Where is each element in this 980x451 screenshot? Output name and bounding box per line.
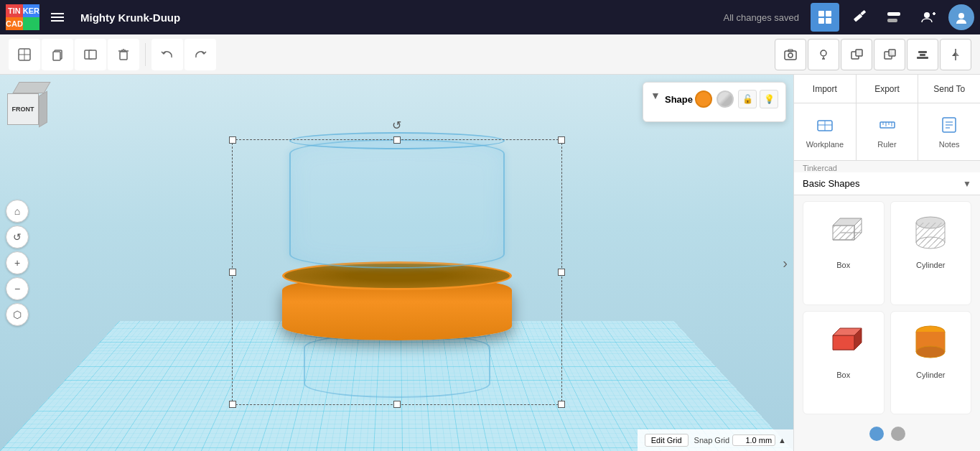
copy-button[interactable]	[42, 39, 73, 70]
logo-i: KER	[23, 4, 39, 17]
undo-icon	[160, 47, 174, 62]
perspective-button[interactable]: ⬡	[6, 303, 29, 326]
duplicate-icon	[83, 47, 98, 62]
svg-rect-31	[856, 50, 862, 56]
workplane-button[interactable]	[9, 39, 40, 70]
glass-top-ellipse	[289, 132, 505, 149]
shape-item-box-gray[interactable]: Box	[803, 201, 885, 305]
zoom-in-button[interactable]: +	[6, 251, 29, 274]
workplane-tool-button[interactable]: Workplane	[794, 103, 857, 160]
bottom-cylinder	[304, 333, 490, 398]
snap-value-input[interactable]	[732, 434, 775, 446]
shapes-dropdown-arrow[interactable]: ▼	[963, 179, 971, 189]
scroll-right-arrow[interactable]: ›	[783, 255, 788, 271]
action-buttons: Import Export Send To	[794, 75, 980, 103]
redo-button[interactable]	[185, 39, 216, 70]
workplane-tool-icon	[815, 115, 835, 139]
grid-view-button[interactable]	[811, 3, 839, 32]
align-icon	[915, 47, 930, 62]
undo-button[interactable]	[151, 39, 183, 70]
handle-left-mid[interactable]	[229, 269, 236, 276]
send-to-button[interactable]: Send To	[918, 75, 980, 103]
color-hole-swatch[interactable]	[717, 90, 734, 108]
svg-rect-43	[880, 122, 895, 128]
home-view-button[interactable]: ⌂	[6, 200, 29, 223]
ruler-tool-button[interactable]: Ruler	[857, 103, 919, 160]
svg-rect-36	[917, 57, 928, 59]
workplane-icon	[17, 47, 32, 62]
color-solid-swatch[interactable]	[695, 90, 712, 108]
save-status: All changes saved	[723, 12, 799, 23]
handle-top-left[interactable]	[229, 136, 236, 144]
box-gray-thumb	[815, 208, 872, 258]
hammer-icon	[851, 9, 867, 25]
svg-point-72	[869, 427, 884, 441]
import-button[interactable]: Import	[794, 75, 857, 103]
zoom-out-button[interactable]: −	[6, 277, 29, 300]
orientation-cube[interactable]: FRONT	[7, 82, 65, 139]
codeblocks-icon	[886, 9, 902, 25]
notes-tool-button[interactable]: Notes	[918, 103, 980, 160]
shape-item-box-red[interactable]: Box	[803, 311, 885, 415]
hamburger-menu-button[interactable]	[43, 3, 72, 32]
ruler-tool-icon	[877, 115, 897, 139]
svg-marker-64	[833, 335, 854, 350]
shape-subtract-icon	[849, 47, 864, 62]
handle-bottom-mid[interactable]	[393, 401, 401, 408]
svg-point-62	[916, 237, 945, 248]
delete-button[interactable]	[108, 39, 139, 70]
codeblocks-button[interactable]	[879, 3, 908, 32]
snap-arrow-up[interactable]: ▲	[778, 436, 786, 445]
svg-rect-35	[920, 54, 925, 56]
profile-icon	[953, 9, 969, 25]
mirror-button[interactable]	[940, 39, 971, 70]
svg-marker-54	[833, 226, 854, 240]
shape-item-cylinder-gray[interactable]: Cylinder	[890, 201, 972, 305]
redo-icon	[193, 47, 207, 62]
shape-union-button[interactable]	[874, 39, 905, 70]
build-button[interactable]	[845, 3, 874, 32]
shape-item-cylinder-orange[interactable]: Cylinder	[890, 311, 972, 415]
rotate-handle[interactable]: ↺	[392, 118, 401, 132]
svg-rect-0	[818, 11, 824, 17]
svg-point-27	[821, 50, 826, 56]
align-button[interactable]	[907, 39, 938, 70]
right-panel: Import Export Send To Workplane	[793, 75, 980, 451]
svg-rect-5	[860, 10, 866, 16]
svg-rect-18	[89, 50, 96, 59]
cylinder-gray-thumb	[902, 208, 959, 258]
export-button[interactable]: Export	[857, 75, 919, 103]
shape-subtract-button[interactable]	[841, 39, 872, 70]
duplicate-button[interactable]	[75, 39, 106, 70]
topbar: TIN KER CAD Mighty Krunk-Duup All change…	[0, 0, 980, 34]
main-area: FRONT	[0, 75, 980, 451]
shape-union-icon	[882, 47, 897, 62]
svg-rect-19	[120, 52, 127, 60]
svg-point-25	[788, 53, 793, 57]
edit-grid-button[interactable]: Edit Grid	[645, 434, 689, 447]
svg-rect-3	[826, 18, 831, 24]
toolbar-separator-1	[145, 43, 146, 66]
eye-icon-button[interactable]: 💡	[760, 90, 778, 108]
svg-rect-6	[887, 12, 900, 16]
project-name: Mighty Krunk-Duup	[80, 11, 717, 24]
handle-top-right[interactable]	[558, 136, 565, 144]
rotate-left-button[interactable]: ↺	[6, 226, 29, 248]
glass-cylinder	[289, 139, 505, 269]
handle-right-mid[interactable]	[558, 269, 565, 276]
bulb-button[interactable]	[808, 39, 839, 70]
tinkercad-category-label: Tinkercad	[794, 161, 980, 172]
lock-icon-button[interactable]: 🔓	[738, 90, 757, 108]
profile-button[interactable]	[948, 4, 974, 30]
tinkercad-logo[interactable]: TIN KER CAD	[6, 4, 37, 30]
logo-k	[23, 17, 39, 30]
svg-rect-16	[53, 52, 60, 60]
grid-icon	[817, 9, 833, 25]
cylinder-orange-thumb	[902, 317, 959, 368]
shape-panel-dropdown[interactable]: ▼	[650, 90, 661, 101]
svg-marker-39	[956, 52, 959, 56]
add-user-button[interactable]	[914, 3, 943, 32]
viewport[interactable]: FRONT	[0, 75, 793, 451]
camera-button[interactable]	[775, 39, 806, 70]
svg-rect-7	[887, 19, 897, 22]
